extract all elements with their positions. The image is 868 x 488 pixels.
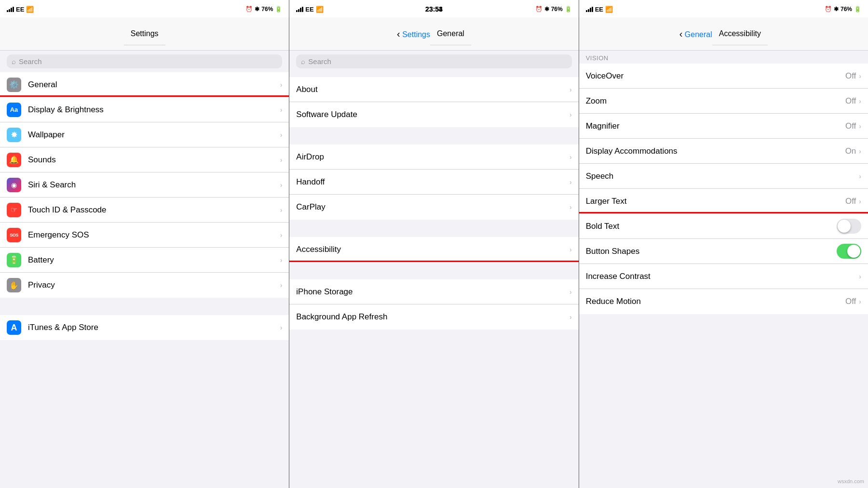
reduce-motion-chevron: › [859,298,861,305]
search-bar-2[interactable]: ⌕ Search [289,51,578,72]
wallpaper-icon: ✸ [7,128,21,142]
display-acc-value: On [845,146,856,156]
sos-chevron: › [280,231,283,239]
display-acc-chevron: › [859,147,861,155]
touchid-icon: ☞ [7,203,21,217]
acc-item-button-shapes[interactable]: Button Shapes [579,239,868,264]
general-item-about[interactable]: About › [289,77,578,102]
general-icon: ⚙️ [7,78,21,92]
signal-bars-1 [7,7,14,12]
acc-item-increase-contrast[interactable]: Increase Contrast › [579,264,868,289]
settings-item-sounds[interactable]: 🔔 Sounds › [0,147,289,172]
touchid-chevron: › [280,206,283,214]
voiceover-label: VoiceOver [586,71,845,81]
general-item-handoff[interactable]: Handoff › [289,170,578,195]
sos-icon: SOS [7,228,21,242]
battery-1: 76% [261,6,273,13]
wifi-icon-1: 📶 [26,6,34,13]
general-item-accessibility[interactable]: Accessibility › [289,237,578,262]
larger-text-label: Larger Text [586,197,845,206]
settings-item-wallpaper[interactable]: ✸ Wallpaper › [0,122,289,147]
status-bar-1: EE 📶 23:53 ⏰ ✱ 76% 🔋 [0,0,289,17]
wallpaper-chevron: › [280,131,283,139]
back-button-2[interactable]: ‹ Settings [397,28,430,40]
handoff-label: Handoff [296,177,570,187]
bold-text-knob [838,220,851,233]
carrier-1: EE [16,6,24,13]
itunes-label: iTunes & App Store [28,323,280,332]
vision-header: VISION [579,51,868,64]
zoom-label: Zoom [586,96,845,106]
general-chevron: › [280,81,283,89]
battery-chevron: › [280,256,283,264]
wallpaper-label: Wallpaper [28,130,280,140]
search-bar-1[interactable]: ⌕ Search [0,51,289,72]
speech-chevron: › [859,172,861,180]
battery-icon-2: 🔋 [565,6,572,13]
back-chevron-2: ‹ [397,28,400,39]
privacy-icon: ✋ [7,278,21,292]
alarm-icon-2: ⏰ [535,6,542,13]
larger-text-value: Off [845,197,856,206]
acc-item-larger-text[interactable]: Larger Text Off › [579,189,868,214]
back-label-3: General [685,30,712,39]
accessibility-chevron: › [570,246,572,253]
accessibility-label: Accessibility [296,245,570,254]
status-bar-3: EE 📶 23:54 ⏰ ✱ 76% 🔋 [579,0,868,17]
search-icon-1: ⌕ [12,57,16,66]
accessibility-highlight [289,261,578,262]
acc-item-voiceover[interactable]: VoiceOver Off › [579,64,868,89]
acc-item-display-acc[interactable]: Display Accommodations On › [579,139,868,164]
search-icon-2: ⌕ [301,57,305,66]
sounds-chevron: › [280,156,283,164]
alarm-icon-1: ⏰ [245,6,253,13]
status-left-2: EE 📶 [296,6,323,13]
settings-item-display[interactable]: Aa Display & Brightness › [0,97,289,122]
acc-item-speech[interactable]: Speech › [579,164,868,189]
general-item-bgrefresh[interactable]: Background App Refresh › [289,304,578,330]
acc-item-bold-text[interactable]: Bold Text [579,214,868,239]
software-label: Software Update [296,110,570,119]
back-button-3[interactable]: ‹ General [679,28,712,40]
general-item-software[interactable]: Software Update › [289,102,578,127]
sounds-label: Sounds [28,155,280,165]
bold-text-toggle[interactable] [837,219,861,234]
status-right-2: ⏰ ✱ 76% 🔋 [535,6,572,13]
settings-item-sos[interactable]: SOS Emergency SOS › [0,223,289,248]
carrier-3: EE [595,6,603,13]
zoom-chevron: › [859,97,861,105]
sos-label: Emergency SOS [28,230,280,240]
acc-item-zoom[interactable]: Zoom Off › [579,89,868,114]
general-item-storage[interactable]: iPhone Storage › [289,279,578,304]
display-icon: Aa [7,103,21,117]
wifi-icon-3: 📶 [605,6,613,13]
bgrefresh-label: Background App Refresh [296,312,570,322]
software-chevron: › [570,111,572,119]
general-label: General [28,80,280,90]
acc-item-magnifier[interactable]: Magnifier Off › [579,114,868,139]
wifi-icon-2: 📶 [316,6,324,13]
general-item-airdrop[interactable]: AirDrop › [289,145,578,170]
reduce-motion-value: Off [845,297,856,306]
increase-contrast-chevron: › [859,273,861,280]
settings-item-privacy[interactable]: ✋ Privacy › [0,273,289,298]
settings-item-battery[interactable]: 🔋 Battery › [0,248,289,273]
general-item-carplay[interactable]: CarPlay › [289,195,578,220]
button-shapes-toggle[interactable] [837,244,861,259]
settings-item-itunes[interactable]: A iTunes & App Store › [0,315,289,340]
larger-text-chevron: › [859,198,861,205]
nav-title-2: General [430,22,471,45]
voiceover-chevron: › [859,72,861,80]
handoff-chevron: › [570,178,572,186]
about-chevron: › [570,86,572,93]
settings-item-general[interactable]: ⚙️ General › [0,72,289,97]
settings-item-siri[interactable]: ◉ Siri & Search › [0,172,289,198]
siri-icon: ◉ [7,178,21,192]
itunes-icon: A [7,320,21,335]
touchid-label: Touch ID & Passcode [28,205,280,215]
acc-item-reduce-motion[interactable]: Reduce Motion Off › [579,289,868,314]
settings-item-touchid[interactable]: ☞ Touch ID & Passcode › [0,198,289,223]
general-list: About › Software Update › AirDrop › Hand… [289,72,578,488]
carplay-chevron: › [570,203,572,211]
bold-text-label: Bold Text [586,222,837,231]
